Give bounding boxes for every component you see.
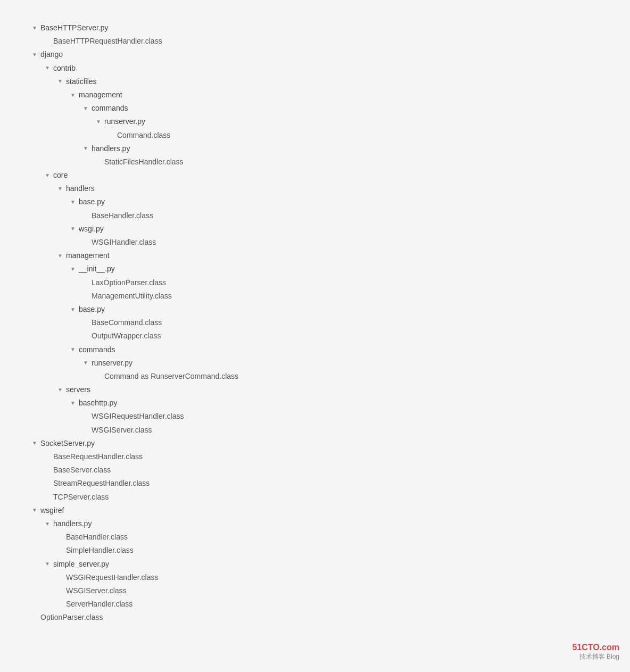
tree-arrow-icon: ▼ [96,117,102,127]
tree-children: LaxOptionParser.classManagementUtility.c… [83,276,598,303]
class-item: LaxOptionParser.class [83,276,598,289]
tree-node-label: base.py [79,195,105,209]
folder-node: ▼wsgiref▼handlers.pyBaseHandler.classSim… [32,504,598,611]
class-label: ManagementUtility.class [92,289,172,303]
file-item[interactable]: ▼SocketServer.py [32,437,598,450]
tree-node-label: staticfiles [66,75,97,88]
folder-item[interactable]: ▼contrib [45,62,598,75]
tree-node-label: basehttp.py [79,396,117,410]
class-item: WSGIServer.class [83,424,598,437]
class-item-top: OptionParser.class [32,611,598,624]
tree-node-label: BaseHTTPServer.py [40,21,109,35]
file-item[interactable]: ▼base.py [70,303,598,316]
class-item: BaseServer.class [45,463,598,477]
file-item[interactable]: ▼handlers.py [83,142,598,155]
folder-item[interactable]: ▼management [70,88,598,102]
tree-node-label: servers [66,383,90,396]
folder-item[interactable]: ▼handlers [57,182,598,195]
class-item: BaseHandler.class [83,209,598,222]
class-label: BaseRequestHandler.class [53,450,143,463]
file-node: ▼SocketServer.pyBaseRequestHandler.class… [32,437,598,504]
tree-arrow-icon: ▼ [32,23,38,33]
file-node: ▼handlers.pyBaseHandler.classSimpleHandl… [45,517,598,558]
file-node: ▼runserver.pyCommand as RunserverCommand… [83,356,598,383]
tree-arrow-icon: ▼ [57,184,64,194]
class-label: StaticFilesHandler.class [104,155,184,169]
folder-item[interactable]: ▼commands [83,102,598,115]
tree-children: ▼contrib▼staticfiles▼management▼commands… [45,62,598,437]
file-node: ▼runserver.pyCommand.class [96,115,598,142]
tree-arrow-icon: ▼ [57,385,64,395]
file-node: ▼handlers.pyStaticFilesHandler.class [83,142,598,169]
file-item[interactable]: ▼__init__.py [70,262,598,276]
tree-arrow-icon: ▼ [70,224,77,234]
folder-item[interactable]: ▼management [57,249,598,262]
file-item[interactable]: ▼BaseHTTPServer.py [32,21,598,35]
tree-arrow-icon: ▼ [32,50,38,60]
class-item: Command.class [109,129,598,142]
folder-node: ▼django▼contrib▼staticfiles▼management▼c… [32,48,598,436]
tree-children: StaticFilesHandler.class [96,155,598,169]
file-node: ▼__init__.pyLaxOptionParser.classManagem… [70,262,598,303]
folder-node: ▼management▼__init__.pyLaxOptionParser.c… [57,249,598,383]
tree-arrow-icon: ▼ [32,505,38,515]
file-item[interactable]: ▼runserver.py [83,356,598,370]
class-item: WSGIHandler.class [83,236,598,249]
file-item[interactable]: ▼wsgi.py [70,222,598,236]
class-item: StaticFilesHandler.class [96,155,598,169]
file-item[interactable]: ▼runserver.py [96,115,598,128]
class-item: Command as RunserverCommand.class [96,370,598,383]
folder-item[interactable]: ▼django [32,48,598,61]
tree-children: WSGIRequestHandler.classWSGIServer.class [83,410,598,436]
class-item: OutputWrapper.class [83,329,598,343]
tree-arrow-icon: ▼ [45,63,51,73]
tree-children: ▼runserver.pyCommand as RunserverCommand… [83,356,598,383]
class-label: WSGIServer.class [66,584,127,598]
tree-arrow-icon: ▼ [83,144,89,153]
tree-node-label: wsgiref [40,504,64,517]
file-item[interactable]: ▼base.py [70,195,598,209]
tree-arrow-icon: ▼ [70,399,77,408]
file-item[interactable]: ▼handlers.py [45,517,598,530]
tree-arrow-icon: ▼ [57,251,64,261]
tree-children: BaseHandler.classSimpleHandler.class [57,530,598,557]
class-label: BaseServer.class [53,463,111,477]
folder-item[interactable]: ▼commands [70,343,598,356]
folder-item[interactable]: ▼staticfiles [57,75,598,88]
tree-children: ▼base.pyBaseHandler.class▼wsgi.pyWSGIHan… [70,195,598,249]
watermark: 51CTO.com 技术博客 Blog [572,643,619,645]
file-node: ▼base.pyBaseCommand.classOutputWrapper.c… [70,303,598,343]
tree-children: BaseCommand.classOutputWrapper.class [83,316,598,343]
folder-node: ▼servers▼basehttp.pyWSGIRequestHandler.c… [57,383,598,437]
folder-node: ▼core▼handlers▼base.pyBaseHandler.class▼… [45,169,598,437]
tree-children: ▼commands▼runserver.pyCommand.class▼hand… [83,102,598,169]
tree-children: Command as RunserverCommand.class [96,370,598,383]
tree-children: BaseHTTPRequestHandler.class [45,35,598,48]
file-item[interactable]: ▼basehttp.py [70,396,598,410]
tree-arrow-icon: ▼ [70,264,77,274]
folder-item[interactable]: ▼core [45,169,598,182]
folder-node: ▼staticfiles▼management▼commands▼runserv… [57,75,598,169]
file-node: ▼wsgi.pyWSGIHandler.class [70,222,598,249]
tree-node-label: core [53,169,68,182]
class-item: SimpleHandler.class [57,544,598,557]
class-label: TCPServer.class [53,491,109,504]
folder-item[interactable]: ▼wsgiref [32,504,598,517]
tree-arrow-icon: ▼ [57,77,64,86]
tree-arrow-icon: ▼ [45,519,51,529]
class-item: BaseHandler.class [57,530,598,544]
class-label: StreamRequestHandler.class [53,477,150,490]
file-item[interactable]: ▼simple_server.py [45,558,598,571]
tree-children: ▼management▼commands▼runserver.pyCommand… [70,88,598,169]
tree-arrow-icon: ▼ [83,104,89,113]
class-label: Command as RunserverCommand.class [104,370,238,383]
tree-children: ▼handlers.pyBaseHandler.classSimpleHandl… [45,517,598,611]
class-item: WSGIRequestHandler.class [57,571,598,584]
class-label: WSGIRequestHandler.class [66,571,159,584]
folder-node: ▼contrib▼staticfiles▼management▼commands… [45,62,598,169]
folder-node: ▼management▼commands▼runserver.pyCommand… [70,88,598,169]
folder-item[interactable]: ▼servers [57,383,598,396]
tree-node-label: __init__.py [79,262,115,276]
class-label: OutputWrapper.class [92,329,161,343]
class-item: BaseRequestHandler.class [45,450,598,463]
